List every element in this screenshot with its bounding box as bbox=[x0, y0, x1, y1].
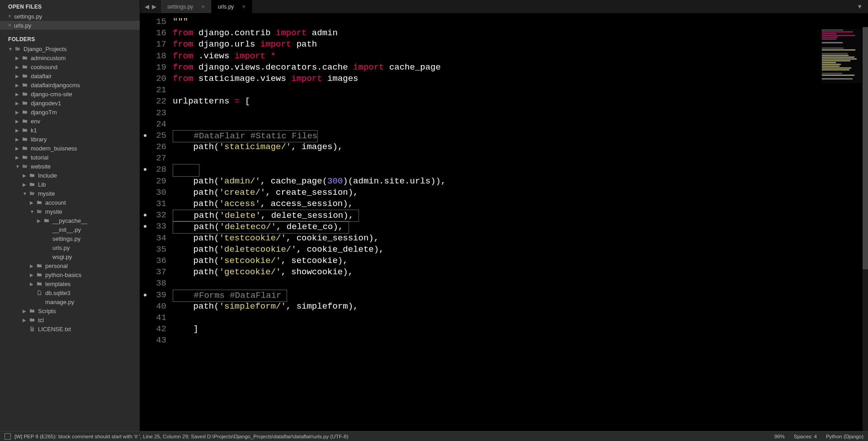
tree-item[interactable]: ▶__pycache__ bbox=[0, 216, 140, 225]
expand-arrow-icon[interactable]: ▶ bbox=[15, 146, 21, 151]
tree-item[interactable]: ▼mysite bbox=[0, 207, 140, 216]
expand-arrow-icon[interactable]: ▶ bbox=[30, 263, 35, 268]
expand-arrow-icon[interactable]: ▶ bbox=[15, 65, 21, 70]
tree-item[interactable]: ▼Django_Projects bbox=[0, 44, 140, 53]
code-line[interactable] bbox=[173, 164, 868, 175]
expand-arrow-icon[interactable]: ▶ bbox=[37, 218, 42, 223]
expand-arrow-icon[interactable]: ▶ bbox=[15, 110, 21, 115]
code-line[interactable]: path('admin/', cache_page(300)(admin.sit… bbox=[173, 176, 868, 187]
code-line[interactable]: #DataFlair #Static Files bbox=[173, 130, 868, 141]
tree-item[interactable]: ▶dataflairdjangocms bbox=[0, 80, 140, 89]
code-line[interactable]: path('create/', create_session), bbox=[173, 187, 868, 198]
expand-arrow-icon[interactable]: ▶ bbox=[15, 92, 21, 97]
code-line[interactable]: path('deletecookie/', cookie_delete), bbox=[173, 244, 868, 255]
vertical-scrollbar[interactable] bbox=[863, 27, 868, 431]
expand-arrow-icon[interactable]: ▶ bbox=[23, 309, 28, 314]
expand-arrow-icon[interactable]: ▼ bbox=[15, 164, 21, 169]
expand-arrow-icon[interactable]: ▼ bbox=[8, 47, 14, 52]
code-line[interactable]: from django.views.decorators.cache impor… bbox=[173, 62, 868, 73]
tree-item[interactable]: ▶coolsound bbox=[0, 62, 140, 71]
tree-item[interactable]: ▶djangodev1 bbox=[0, 99, 140, 108]
tree-item[interactable]: ▶dataflair bbox=[0, 71, 140, 80]
expand-arrow-icon[interactable]: ▼ bbox=[23, 191, 28, 196]
panel-icon[interactable] bbox=[5, 433, 11, 440]
code-line[interactable]: path('delete', delete_session), bbox=[173, 210, 868, 221]
tree-item[interactable]: settings.py bbox=[0, 234, 140, 243]
code-line[interactable]: path('staticimage/', images), bbox=[173, 141, 868, 153]
tree-item[interactable]: ▶account bbox=[0, 198, 140, 207]
expand-arrow-icon[interactable]: ▶ bbox=[15, 83, 21, 88]
expand-arrow-icon[interactable]: ▶ bbox=[15, 128, 21, 133]
tab[interactable]: urls.py× bbox=[212, 0, 252, 13]
open-file-item[interactable]: ×urls.py bbox=[0, 21, 140, 30]
expand-arrow-icon[interactable]: ▶ bbox=[30, 200, 35, 205]
expand-arrow-icon[interactable]: ▶ bbox=[23, 173, 28, 178]
code-line[interactable]: path('setcookie/', setcookie), bbox=[173, 255, 868, 267]
code-line[interactable]: """ bbox=[173, 16, 868, 28]
tree-item[interactable]: ▶Scripts bbox=[0, 306, 140, 315]
code-line[interactable]: ] bbox=[173, 324, 868, 335]
code-line[interactable] bbox=[173, 119, 868, 130]
code-line[interactable]: urlpatterns = [ bbox=[173, 96, 868, 107]
code-line[interactable]: from .views import * bbox=[173, 51, 868, 62]
tree-item[interactable]: LICENSE.txt bbox=[0, 324, 140, 333]
code-line[interactable]: path('getcookie/', showcookie), bbox=[173, 267, 868, 278]
scrollbar-thumb[interactable] bbox=[863, 27, 868, 269]
tree-item[interactable]: ▶python-basics bbox=[0, 270, 140, 279]
expand-arrow-icon[interactable]: ▶ bbox=[15, 101, 21, 106]
expand-arrow-icon[interactable]: ▶ bbox=[15, 119, 21, 124]
tab[interactable]: settings.py× bbox=[161, 0, 212, 13]
code-line[interactable] bbox=[173, 108, 868, 119]
expand-arrow-icon[interactable]: ▶ bbox=[23, 182, 28, 187]
code-line[interactable] bbox=[173, 278, 868, 289]
tree-item[interactable]: db.sqlite3 bbox=[0, 288, 140, 297]
tab-close-icon[interactable]: × bbox=[201, 3, 205, 10]
expand-arrow-icon[interactable]: ▶ bbox=[30, 272, 35, 277]
expand-arrow-icon[interactable]: ▶ bbox=[15, 137, 21, 142]
tree-item[interactable]: ▶tutorial bbox=[0, 153, 140, 162]
code-line[interactable] bbox=[173, 312, 868, 324]
code-line[interactable]: from django.urls import path bbox=[173, 39, 868, 50]
tab-close-icon[interactable]: × bbox=[242, 3, 245, 10]
expand-arrow-icon[interactable]: ▶ bbox=[15, 74, 21, 79]
tree-item[interactable]: ▼website bbox=[0, 162, 140, 171]
expand-arrow-icon[interactable]: ▶ bbox=[23, 318, 28, 323]
open-file-item[interactable]: ×settings.py bbox=[0, 12, 140, 21]
close-icon[interactable]: × bbox=[8, 13, 11, 19]
tree-item[interactable]: wsgi.py bbox=[0, 252, 140, 261]
code-line[interactable] bbox=[173, 335, 868, 346]
expand-arrow-icon[interactable]: ▶ bbox=[15, 155, 21, 160]
nav-forward-icon[interactable]: ▶ bbox=[152, 3, 156, 10]
code-line[interactable] bbox=[173, 153, 868, 164]
status-percent[interactable]: 99% bbox=[774, 434, 785, 439]
code-line[interactable]: path('testcookie/', cookie_session), bbox=[173, 233, 868, 244]
tree-item[interactable]: ▶modern_buisness bbox=[0, 144, 140, 153]
tree-item[interactable]: ▶Include bbox=[0, 171, 140, 180]
code-line[interactable]: path('deleteco/', delete_co), bbox=[173, 221, 868, 232]
code-line[interactable]: #Forms #DataFlair bbox=[173, 290, 868, 301]
status-spaces[interactable]: Spaces: 4 bbox=[794, 434, 817, 439]
tree-item[interactable]: ▶djangoTm bbox=[0, 108, 140, 117]
code-line[interactable]: from staticimage.views import images bbox=[173, 73, 868, 84]
tree-item[interactable]: ▶library bbox=[0, 135, 140, 144]
code-line[interactable]: path('simpleform/', simpleform), bbox=[173, 301, 868, 312]
tree-item[interactable]: ▶tcl bbox=[0, 315, 140, 324]
code-line[interactable]: from django.contrib import admin bbox=[173, 28, 868, 39]
tree-item[interactable]: __init__.py bbox=[0, 225, 140, 234]
expand-arrow-icon[interactable]: ▶ bbox=[15, 56, 21, 61]
tree-item[interactable]: ▶django-cms-site bbox=[0, 89, 140, 99]
tree-item[interactable]: ▶templates bbox=[0, 279, 140, 288]
tree-item[interactable]: ▶personal bbox=[0, 261, 140, 270]
status-syntax[interactable]: Python (Django) bbox=[826, 434, 863, 439]
tree-item[interactable]: ▼mysite bbox=[0, 189, 140, 198]
tree-item[interactable]: manage.py bbox=[0, 297, 140, 306]
close-icon[interactable]: × bbox=[8, 22, 11, 28]
tree-item[interactable]: urls.py bbox=[0, 243, 140, 252]
expand-arrow-icon[interactable]: ▶ bbox=[30, 281, 35, 286]
tree-item[interactable]: ▶env bbox=[0, 117, 140, 126]
tree-item[interactable]: ▶admincustom bbox=[0, 53, 140, 62]
tree-item[interactable]: ▶k1 bbox=[0, 126, 140, 135]
code-editor[interactable]: 1516171819202122232425262728293031323334… bbox=[140, 14, 868, 431]
code-line[interactable] bbox=[173, 84, 868, 96]
tab-menu-icon[interactable]: ▼ bbox=[851, 0, 868, 13]
